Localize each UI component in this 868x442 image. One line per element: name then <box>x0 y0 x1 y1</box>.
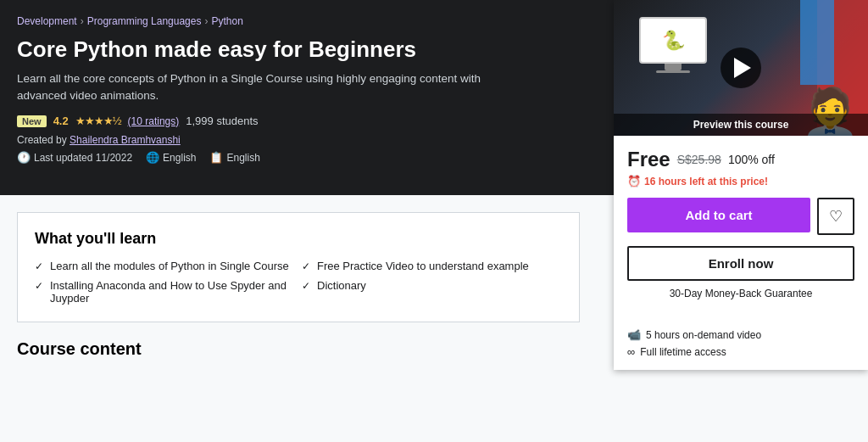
check-icon-0: ✓ <box>35 260 43 272</box>
includes-title: This course includes: <box>627 308 854 322</box>
breadcrumb-programming[interactable]: Programming Languages <box>87 15 202 27</box>
content-area: What you'll learn ✓ Learn all the module… <box>17 212 580 362</box>
learn-text-3: Dictionary <box>317 279 366 292</box>
created-by: Created by Shailendra Bramhvanshi <box>17 134 593 146</box>
instructor-link[interactable]: Shailendra Bramhvanshi <box>70 134 181 146</box>
breadcrumb: Development › Programming Languages › Py… <box>17 15 593 27</box>
captions-icon: 📋 <box>209 151 223 164</box>
breadcrumb-sep2: › <box>204 15 208 27</box>
students-count: 1,999 students <box>186 115 258 127</box>
check-icon-1: ✓ <box>35 280 43 292</box>
guarantee-text: 30-Day Money-Back Guarantee <box>627 288 854 299</box>
includes-list: 📹 5 hours on-demand video ∞ Full lifetim… <box>627 328 854 358</box>
alarm-icon: ⏰ <box>627 175 641 187</box>
meta-row: 🕐 Last updated 11/2022 🌐 English 📋 Engli… <box>17 151 593 164</box>
timer-text: 16 hours left at this price! <box>644 176 768 187</box>
rating-count[interactable]: (10 ratings) <box>128 115 180 127</box>
new-badge: New <box>17 115 47 127</box>
card-body: Free S$25.98 100% off ⏰ 16 hours left at… <box>614 136 868 370</box>
learn-item-0: ✓ Learn all the modules of Python in Sin… <box>35 260 295 272</box>
play-button[interactable] <box>721 48 761 88</box>
rating-number: 4.2 <box>53 115 69 127</box>
price-row: Free S$25.98 100% off <box>627 148 854 171</box>
add-to-cart-button[interactable]: Add to cart <box>627 198 810 232</box>
learn-box: What you'll learn ✓ Learn all the module… <box>17 212 580 322</box>
sidebar-card: 🐍 🧑‍💼 Preview this course <box>614 0 868 370</box>
language-text: English <box>163 152 196 164</box>
captions-text: English <box>226 152 259 164</box>
course-subtitle: Learn all the core concepts of Python in… <box>17 70 509 105</box>
learn-text-0: Learn all the modules of Python in Singl… <box>50 260 289 272</box>
learn-item-3: ✓ Dictionary <box>302 279 562 305</box>
last-updated: 🕐 Last updated 11/2022 <box>17 151 132 164</box>
breadcrumb-python[interactable]: Python <box>211 15 242 27</box>
hero-section: Development › Programming Languages › Py… <box>0 0 868 195</box>
timer-row: ⏰ 16 hours left at this price! <box>627 175 854 187</box>
course-title: Core Python made easy for Beginners <box>17 36 593 64</box>
rating-row: New 4.2 ★★★★½ (10 ratings) 1,999 student… <box>17 115 593 127</box>
last-updated-text: Last updated 11/2022 <box>34 152 132 164</box>
play-triangle <box>734 58 751 78</box>
clock-icon: 🕐 <box>17 151 31 164</box>
breadcrumb-development[interactable]: Development <box>17 15 77 27</box>
wishlist-button[interactable]: ♡ <box>817 198 854 235</box>
preview-label: Preview this course <box>614 114 868 136</box>
page-wrapper: Development › Programming Languages › Py… <box>0 0 868 442</box>
includes-lifetime-text: Full lifetime access <box>640 346 726 358</box>
captions-item: 📋 English <box>209 151 259 164</box>
globe-icon: 🌐 <box>146 151 159 164</box>
includes-item-lifetime: ∞ Full lifetime access <box>627 345 854 358</box>
enroll-now-button[interactable]: Enroll now <box>627 246 854 281</box>
hero-content: Development › Programming Languages › Py… <box>17 15 610 178</box>
learn-text-2: Free Practice Video to understand exampl… <box>317 260 529 272</box>
language-item: 🌐 English <box>146 151 196 164</box>
video-icon: 📹 <box>627 328 641 341</box>
learn-text-1: Installing Anaconda and How to Use Spyde… <box>50 279 295 305</box>
learn-item-2: ✓ Free Practice Video to understand exam… <box>302 260 562 272</box>
heart-icon: ♡ <box>829 207 843 226</box>
course-preview[interactable]: 🐍 🧑‍💼 Preview this course <box>614 0 868 136</box>
price-discount: 100% off <box>728 153 775 166</box>
breadcrumb-sep1: › <box>81 15 84 27</box>
price-original: S$25.98 <box>677 153 721 166</box>
infinity-icon: ∞ <box>627 345 635 358</box>
course-content-title: Course content <box>17 339 580 359</box>
includes-video-text: 5 hours on-demand video <box>646 329 761 341</box>
check-icon-3: ✓ <box>302 280 310 292</box>
check-icon-2: ✓ <box>302 260 310 272</box>
learn-grid: ✓ Learn all the modules of Python in Sin… <box>35 260 562 305</box>
learn-item-1: ✓ Installing Anaconda and How to Use Spy… <box>35 279 295 305</box>
includes-item-video: 📹 5 hours on-demand video <box>627 328 854 341</box>
stars: ★★★★½ <box>75 115 121 127</box>
price-free: Free <box>627 148 670 171</box>
created-by-label: Created by <box>17 134 67 146</box>
learn-title: What you'll learn <box>35 230 562 248</box>
